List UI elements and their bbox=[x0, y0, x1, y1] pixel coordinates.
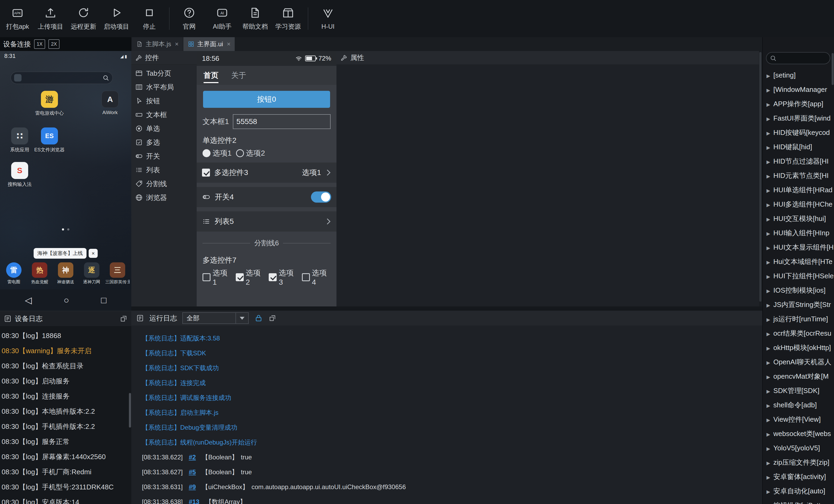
expand-arrow-icon[interactable] bbox=[767, 100, 770, 108]
api-tree-item[interactable]: HUI文本显示组件[H bbox=[763, 240, 834, 254]
preview-button-0[interactable]: 按钮0 bbox=[203, 91, 330, 108]
toolbar-button[interactable]: 打包apk bbox=[1, 2, 34, 36]
api-tree-item[interactable]: SDK管理[SDK] bbox=[763, 384, 834, 398]
api-tree-item[interactable]: HID节点过滤器[HI bbox=[763, 154, 834, 168]
mirror-app[interactable]: A AiWork bbox=[95, 91, 125, 115]
widget-item[interactable]: 按钮 bbox=[131, 94, 197, 108]
expand-arrow-icon[interactable] bbox=[767, 86, 770, 94]
preview-list-row[interactable]: 列表5 bbox=[197, 211, 336, 232]
mirror-app[interactable]: ∷ 系统应用 bbox=[5, 128, 34, 153]
dock-app[interactable]: 雷 雷电圈 bbox=[2, 262, 26, 285]
api-tree-item[interactable]: 安卓窗体[activity] bbox=[763, 469, 834, 484]
toolbar-button[interactable]: 学习资源 bbox=[271, 2, 305, 36]
editor-tab[interactable]: 主脚本.js × bbox=[132, 37, 183, 51]
expand-arrow-icon[interactable] bbox=[767, 229, 770, 237]
radio-option[interactable]: 选项1 bbox=[202, 148, 232, 158]
toolbar-button[interactable]: 远程更新 bbox=[67, 2, 100, 36]
expand-arrow-icon[interactable] bbox=[767, 372, 770, 381]
api-tree-item[interactable]: 按钮操作[uiButton bbox=[763, 498, 834, 504]
widget-item[interactable]: 列表 bbox=[131, 163, 197, 177]
check-option[interactable]: 选项4 bbox=[302, 268, 331, 287]
api-tree-item[interactable]: websocket类[webs bbox=[763, 427, 834, 441]
api-tree-item[interactable]: zip压缩文件类[zip] bbox=[763, 455, 834, 469]
dock-app[interactable]: 逐 逐神刀网 bbox=[80, 262, 104, 285]
preview-tab[interactable]: 首页 bbox=[203, 66, 218, 85]
mirror-app[interactable]: 游 雷电游戏中心 bbox=[35, 91, 64, 116]
toolbar-button[interactable]: 官网 bbox=[173, 2, 206, 36]
toolbar-button[interactable]: 停止 bbox=[133, 2, 166, 36]
widget-item[interactable]: 开关 bbox=[131, 149, 197, 163]
expand-arrow-icon[interactable] bbox=[767, 301, 770, 309]
expand-arrow-icon[interactable] bbox=[767, 157, 770, 165]
api-tree-item[interactable]: OpenAI聊天机器人 bbox=[763, 355, 834, 369]
api-tree-item[interactable]: APP操作类[app] bbox=[763, 97, 834, 111]
device-mirror-screen[interactable]: 8:31 游 雷电游戏中心 A bbox=[0, 51, 131, 311]
widget-item[interactable]: 水平布局 bbox=[131, 80, 197, 94]
tab-close-icon[interactable]: × bbox=[227, 40, 231, 48]
mirror-app[interactable]: S 搜狗输入法 bbox=[5, 162, 34, 187]
dock-app[interactable]: 热 热血觉醒 bbox=[27, 262, 52, 285]
check-option[interactable]: 选项1 bbox=[202, 268, 232, 287]
api-search-box[interactable] bbox=[766, 52, 830, 64]
expand-arrow-icon[interactable] bbox=[767, 415, 770, 423]
expand-arrow-icon[interactable] bbox=[767, 257, 770, 266]
api-tree-item[interactable]: HUI输入组件[HInp bbox=[763, 226, 834, 240]
api-tree-item[interactable]: HUI下拉组件[HSele bbox=[763, 269, 834, 283]
expand-arrow-icon[interactable] bbox=[767, 243, 770, 251]
nav-button[interactable]: □ bbox=[101, 295, 107, 305]
expand-arrow-icon[interactable] bbox=[767, 444, 770, 452]
expand-arrow-icon[interactable] bbox=[767, 487, 770, 495]
widget-item[interactable]: 单选 bbox=[131, 122, 197, 135]
dock-app[interactable]: 神 神途驷送 bbox=[53, 262, 78, 285]
api-tree-item[interactable]: FastUI界面类[wind bbox=[763, 111, 834, 125]
expand-arrow-icon[interactable] bbox=[767, 329, 770, 338]
expand-arrow-icon[interactable] bbox=[767, 315, 770, 323]
radio-option[interactable]: 选项2 bbox=[236, 148, 265, 158]
expand-arrow-icon[interactable] bbox=[767, 272, 770, 280]
api-tree-item[interactable]: js运行时[runTime] bbox=[763, 312, 834, 326]
dock-app[interactable]: 三 三国群英传:重 bbox=[105, 262, 130, 285]
api-tree-item[interactable]: HID按键码[keycod bbox=[763, 125, 834, 140]
expand-arrow-icon[interactable] bbox=[767, 143, 770, 151]
expand-arrow-icon[interactable] bbox=[767, 200, 770, 208]
properties-scrollbar[interactable] bbox=[759, 51, 762, 306]
api-tree-item[interactable]: View控件[View] bbox=[763, 412, 834, 427]
widget-item[interactable]: 分割线 bbox=[131, 177, 197, 191]
log-line-link[interactable]: #9 bbox=[189, 483, 196, 490]
toolbar-button[interactable]: 启动项目 bbox=[100, 2, 133, 36]
api-tree-item[interactable]: opencvMat对象[M bbox=[763, 369, 834, 384]
nav-button[interactable]: ○ bbox=[64, 295, 69, 305]
api-tree-item[interactable]: 安卓自动化[auto] bbox=[763, 484, 834, 498]
api-tree-item[interactable]: HID键鼠[hid] bbox=[763, 140, 834, 154]
device-log-scrollbar[interactable] bbox=[129, 328, 131, 504]
api-tree-item[interactable]: [seting] bbox=[763, 68, 834, 82]
nav-button[interactable]: ◁ bbox=[25, 295, 31, 305]
toolbar-button[interactable]: 帮助文档 bbox=[239, 2, 271, 36]
api-tree-item[interactable]: ocr结果类[ocrResu bbox=[763, 326, 834, 340]
api-tree-item[interactable]: HID元素节点类[HI bbox=[763, 168, 834, 183]
expand-arrow-icon[interactable] bbox=[767, 286, 770, 295]
zoom-1x-button[interactable]: 1X bbox=[34, 39, 45, 49]
api-tree-item[interactable]: IOS控制模块[ios] bbox=[763, 283, 834, 297]
expand-arrow-icon[interactable] bbox=[767, 344, 770, 352]
scroll-lock-icon[interactable] bbox=[254, 314, 263, 323]
api-tree-item[interactable]: shell命令[adb] bbox=[763, 398, 834, 412]
preview-switch-row[interactable]: 开关4 bbox=[197, 187, 336, 207]
api-tree-item[interactable]: JS内置String类[Str bbox=[763, 297, 834, 312]
expand-arrow-icon[interactable] bbox=[767, 473, 770, 481]
widget-item[interactable]: 多选 bbox=[131, 135, 197, 149]
expand-arrow-icon[interactable] bbox=[767, 401, 770, 409]
preview-checkbox-row[interactable]: 多选控件3 选项1 bbox=[197, 162, 336, 183]
expand-arrow-icon[interactable] bbox=[767, 186, 770, 194]
switch-toggle-on[interactable] bbox=[311, 191, 331, 203]
toolbar-button[interactable]: 上传项目 bbox=[34, 2, 67, 36]
api-tree-item[interactable]: HUI多选组件[HChe bbox=[763, 197, 834, 211]
expand-arrow-icon[interactable] bbox=[767, 358, 770, 366]
api-tree-item[interactable]: Hui文本域组件[HTe bbox=[763, 254, 834, 269]
toolbar-button[interactable]: AI助手 bbox=[206, 2, 239, 36]
api-tree-item[interactable]: YoloV5[yoloV5] bbox=[763, 441, 834, 455]
expand-arrow-icon[interactable] bbox=[767, 71, 770, 79]
zoom-2x-button[interactable]: 2X bbox=[48, 39, 60, 49]
check-option[interactable]: 选项3 bbox=[269, 268, 298, 287]
expand-arrow-icon[interactable] bbox=[767, 214, 770, 223]
